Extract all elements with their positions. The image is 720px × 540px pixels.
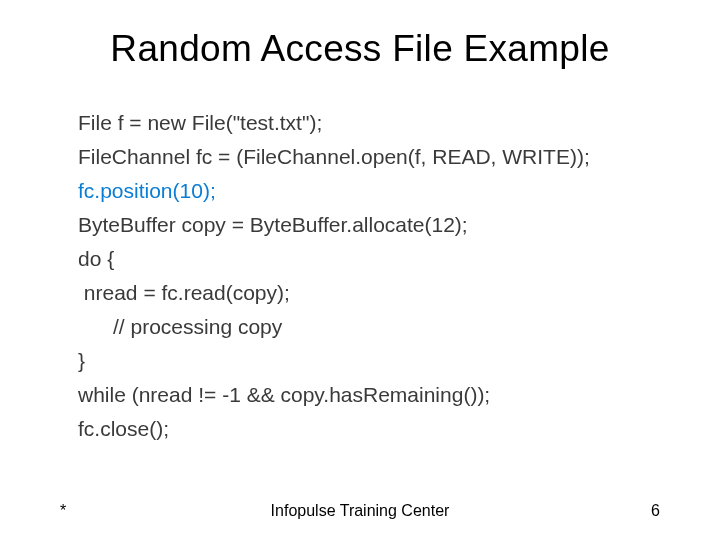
slide-number: 6 — [510, 502, 660, 520]
code-line: FileChannel fc = (FileChannel.open(f, RE… — [78, 140, 660, 174]
code-block: File f = new File("test.txt"); FileChann… — [60, 106, 660, 446]
slide-footer: * Infopulse Training Center 6 — [0, 502, 720, 520]
code-line-highlight: fc.position(10); — [78, 174, 660, 208]
code-line: File f = new File("test.txt"); — [78, 106, 660, 140]
slide: Random Access File Example File f = new … — [0, 0, 720, 540]
footer-date-placeholder: * — [60, 502, 210, 520]
code-line: // processing copy — [78, 310, 660, 344]
code-line: nread = fc.read(copy); — [78, 276, 660, 310]
code-line: } — [78, 344, 660, 378]
slide-title: Random Access File Example — [60, 28, 660, 70]
code-line: while (nread != -1 && copy.hasRemaining(… — [78, 378, 660, 412]
code-line: do { — [78, 242, 660, 276]
code-line: ByteBuffer copy = ByteBuffer.allocate(12… — [78, 208, 660, 242]
code-line: fc.close(); — [78, 412, 660, 446]
footer-org: Infopulse Training Center — [210, 502, 510, 520]
